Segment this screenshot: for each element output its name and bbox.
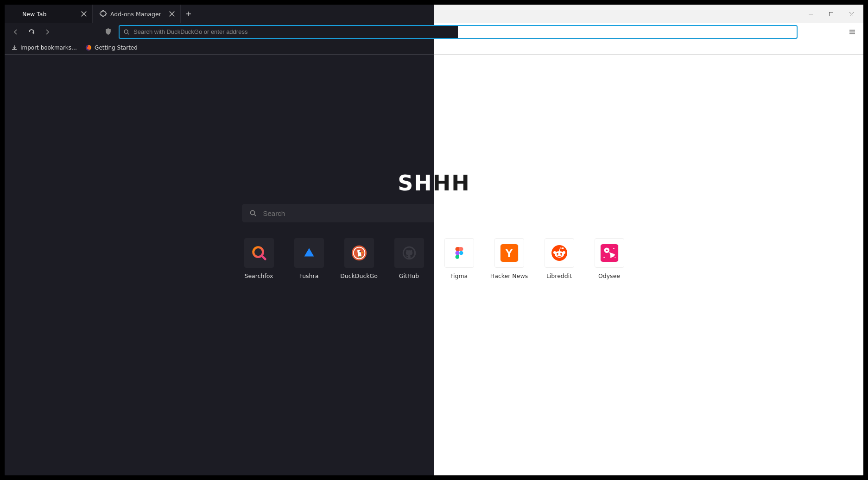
reddit-icon bbox=[545, 238, 574, 268]
svg-point-25 bbox=[562, 247, 564, 249]
tile-hacker-news[interactable]: Y Hacker News bbox=[494, 238, 524, 279]
tile-label: Fushra bbox=[299, 272, 319, 279]
tile-odysee[interactable]: Odysee bbox=[595, 238, 624, 279]
tab-label: Add-ons Manager bbox=[110, 11, 168, 18]
svg-point-23 bbox=[557, 253, 558, 255]
tile-label: GitHub bbox=[399, 272, 419, 279]
tile-searchfox[interactable]: Searchfox bbox=[244, 238, 274, 279]
back-button[interactable] bbox=[8, 25, 23, 39]
svg-point-29 bbox=[613, 248, 614, 249]
nav-toolbar bbox=[5, 23, 863, 41]
bookmark-import[interactable]: Import bookmarks… bbox=[8, 43, 80, 53]
search-icon bbox=[249, 209, 257, 217]
reload-button[interactable] bbox=[24, 25, 39, 39]
close-icon[interactable] bbox=[80, 10, 88, 18]
tracking-protection-icon[interactable] bbox=[101, 25, 115, 39]
search-icon bbox=[123, 29, 130, 35]
bookmarks-bar: Import bookmarks… Getting Started bbox=[5, 41, 863, 55]
app-menu-button[interactable] bbox=[845, 25, 860, 39]
puzzle-icon bbox=[99, 10, 107, 18]
svg-point-3 bbox=[250, 211, 254, 215]
bookmark-getting-started[interactable]: Getting Started bbox=[82, 43, 140, 53]
tile-duckduckgo[interactable]: DuckDuckGo bbox=[344, 238, 374, 279]
tab-addons-manager[interactable]: Add-ons Manager bbox=[93, 5, 181, 23]
svg-point-22 bbox=[563, 251, 565, 254]
tab-label: New Tab bbox=[22, 11, 80, 18]
searchfox-icon bbox=[244, 238, 274, 268]
fushra-icon bbox=[294, 238, 324, 268]
content-area: SHHH Searchfox bbox=[5, 55, 863, 475]
github-icon bbox=[394, 238, 424, 268]
odysee-icon bbox=[595, 238, 624, 268]
tile-label: Figma bbox=[450, 272, 468, 279]
url-bar[interactable] bbox=[119, 25, 798, 39]
tab-favicon-blank bbox=[11, 10, 19, 18]
bookmark-label: Getting Started bbox=[95, 44, 138, 51]
tab-new-tab[interactable]: New Tab bbox=[5, 5, 93, 23]
url-input[interactable] bbox=[133, 28, 793, 35]
tile-label: Odysee bbox=[598, 272, 620, 279]
tile-label: Libreddit bbox=[546, 272, 572, 279]
svg-point-24 bbox=[560, 253, 562, 255]
figma-icon bbox=[444, 238, 474, 268]
svg-point-1 bbox=[124, 30, 128, 33]
new-tab-button[interactable] bbox=[181, 5, 196, 23]
hacker-news-icon: Y bbox=[494, 238, 524, 268]
svg-rect-0 bbox=[829, 12, 833, 16]
tile-figma[interactable]: Figma bbox=[444, 238, 474, 279]
svg-rect-18 bbox=[457, 255, 459, 257]
duckduckgo-icon bbox=[344, 238, 374, 268]
tile-fushra[interactable]: Fushra bbox=[294, 238, 324, 279]
brand-logo: SHHH bbox=[398, 171, 470, 196]
svg-point-16 bbox=[459, 251, 463, 255]
ntp-search[interactable] bbox=[242, 204, 627, 222]
tile-github[interactable]: GitHub bbox=[394, 238, 424, 279]
close-icon[interactable] bbox=[168, 10, 176, 18]
svg-rect-15 bbox=[457, 251, 459, 255]
tile-label: DuckDuckGo bbox=[340, 272, 378, 279]
svg-point-27 bbox=[606, 249, 608, 251]
svg-point-21 bbox=[553, 251, 556, 254]
ntp-search-input[interactable] bbox=[263, 209, 619, 217]
top-sites: Searchfox Fushra DuckDuckGo bbox=[244, 238, 624, 279]
tile-libreddit[interactable]: Libreddit bbox=[545, 238, 574, 279]
svg-point-30 bbox=[615, 257, 615, 258]
browser-window: New Tab Add-ons Manager bbox=[5, 5, 863, 475]
new-tab-page: SHHH Searchfox bbox=[5, 55, 863, 475]
svg-point-28 bbox=[603, 257, 604, 258]
forward-button[interactable] bbox=[40, 25, 55, 39]
tile-label: Hacker News bbox=[490, 272, 528, 279]
window-minimize-button[interactable] bbox=[800, 7, 821, 21]
window-maximize-button[interactable] bbox=[821, 7, 841, 21]
svg-rect-13 bbox=[459, 247, 461, 251]
window-close-button[interactable] bbox=[841, 7, 862, 21]
window-controls bbox=[800, 5, 863, 23]
import-icon bbox=[11, 44, 18, 51]
svg-point-8 bbox=[359, 251, 361, 253]
firefox-icon bbox=[85, 44, 92, 51]
tab-bar: New Tab Add-ons Manager bbox=[5, 5, 863, 23]
tile-label: Searchfox bbox=[244, 272, 273, 279]
bookmark-label: Import bookmarks… bbox=[20, 44, 77, 51]
svg-rect-11 bbox=[457, 247, 459, 251]
